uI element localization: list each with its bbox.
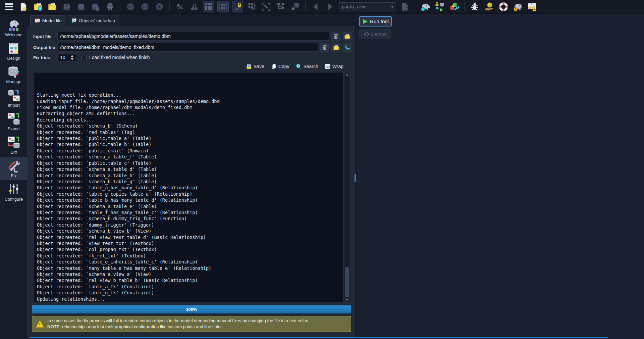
browse-output-file-button[interactable] xyxy=(331,43,341,52)
copy-output-button[interactable]: Copy xyxy=(270,63,289,70)
new-instance-icon[interactable] xyxy=(420,1,431,12)
input-file-row: Input file xyxy=(33,32,352,41)
forward-icon[interactable] xyxy=(324,1,336,12)
model-protection-icon[interactable] xyxy=(232,1,243,12)
donate-icon[interactable]: $ xyxy=(483,1,495,12)
save-icon xyxy=(246,63,252,70)
reset-output-file-button[interactable] xyxy=(343,43,352,52)
tab-model-file[interactable]: Model file xyxy=(30,15,66,26)
progress-value: 100% xyxy=(186,307,197,312)
sidebar-item-label: Fix xyxy=(11,174,17,178)
fix-tries-label: Fix tries xyxy=(33,55,57,60)
compact-view-icon[interactable] xyxy=(289,1,301,12)
sidebar-item-import[interactable]: Import xyxy=(0,86,28,110)
menu-icon[interactable] xyxy=(3,1,15,12)
warning-box: In some cases the fix process will fail … xyxy=(32,316,351,332)
close-model-icon[interactable] xyxy=(399,1,411,12)
run-tool-button[interactable]: Run tool xyxy=(359,16,392,27)
wrap-label: Wrap xyxy=(332,64,343,69)
load-fixed-model-label: Load fixed model when finish xyxy=(89,55,150,60)
bug-report-icon[interactable] xyxy=(469,1,480,12)
objects-thumbnail-icon[interactable] xyxy=(261,1,272,12)
object-visibility-icon[interactable] xyxy=(174,1,185,12)
log-output[interactable]: Starting model fix operation...Loading i… xyxy=(34,72,343,302)
fix-tries-value[interactable] xyxy=(58,55,70,60)
save-model-as-icon[interactable] xyxy=(75,1,87,12)
right-pane: Run tool Cancel xyxy=(357,14,644,339)
folder-icon xyxy=(333,44,339,51)
warning-note-text: relationships may lost their graphical c… xyxy=(61,324,223,329)
splitter-handle[interactable] xyxy=(355,174,356,182)
clear-input-file-button[interactable] xyxy=(331,32,340,41)
about-icon[interactable]: ? xyxy=(512,1,524,12)
spin-down-icon xyxy=(70,58,74,60)
sidebar-item-design[interactable]: Design xyxy=(0,39,28,63)
scrollbar-thumb[interactable] xyxy=(345,267,349,297)
model-file-icon xyxy=(35,18,40,23)
tab-objects-metadata[interactable]: Objects' metadata xyxy=(67,15,119,26)
manage-icon xyxy=(7,65,20,79)
bottom-splitter[interactable] xyxy=(29,337,608,338)
print-model-icon[interactable] xyxy=(104,1,116,12)
sidebar-item-configure[interactable]: Configure xyxy=(0,180,28,204)
spin-arrows[interactable] xyxy=(70,55,74,60)
toolbar-separator xyxy=(169,2,170,11)
search-output-button[interactable]: Search xyxy=(295,63,318,70)
search-label: Search xyxy=(303,64,318,69)
back-icon[interactable] xyxy=(310,1,321,12)
fix-icon xyxy=(7,159,20,173)
scroll-up-icon[interactable]: ▲ xyxy=(344,72,350,77)
cancel-button[interactable]: Cancel xyxy=(359,29,391,39)
sidebar-item-diff[interactable]: Diff xyxy=(0,133,28,157)
browse-input-file-button[interactable] xyxy=(342,32,352,41)
svg-text:$: $ xyxy=(489,3,491,7)
wrap-output-button[interactable]: Wrap xyxy=(324,63,343,70)
spin-up-icon xyxy=(70,55,74,57)
save-output-button[interactable]: Save xyxy=(246,63,264,70)
fix-tries-spinbox[interactable] xyxy=(57,53,77,61)
model-selector-combo[interactable]: pagila_new ▾ xyxy=(339,2,396,11)
zoom-in-icon[interactable] xyxy=(154,1,165,12)
trash-icon xyxy=(322,44,328,51)
load-fixed-model-checkbox[interactable] xyxy=(82,55,87,60)
tab-bar: Model file Objects' metadata xyxy=(30,15,119,26)
sidebar-item-welcome[interactable]: Welcome xyxy=(0,16,28,39)
output-file-field[interactable] xyxy=(57,43,318,52)
export-model-icon[interactable] xyxy=(90,1,101,12)
save-model-icon[interactable] xyxy=(61,1,72,12)
page-delimiters-icon[interactable] xyxy=(217,1,229,12)
show-grid-icon[interactable] xyxy=(203,1,214,12)
input-file-field[interactable] xyxy=(57,32,329,41)
scene-layout-icon[interactable] xyxy=(275,1,286,12)
progress-bar: 100% xyxy=(32,305,351,313)
sidebar-item-export[interactable]: Export xyxy=(0,110,28,133)
open-model-icon[interactable] xyxy=(47,1,58,12)
sql-tool-icon[interactable] xyxy=(434,1,445,12)
warning-icon xyxy=(36,320,44,328)
license-icon[interactable] xyxy=(527,1,538,12)
scroll-down-icon[interactable]: ▼ xyxy=(344,297,350,302)
sidebar-item-label: Import xyxy=(8,103,19,108)
magnifier-icon[interactable] xyxy=(189,1,200,12)
configure-icon xyxy=(7,183,20,196)
support-icon[interactable] xyxy=(498,1,509,12)
log-toolbar: Save Copy Search Wrap xyxy=(246,63,343,70)
output-file-label: Output file xyxy=(33,45,57,50)
svg-text:1:1: 1:1 xyxy=(143,5,147,9)
cancel-label: Cancel xyxy=(371,31,387,37)
toolbar-separator xyxy=(415,2,415,11)
tab-label: Model file xyxy=(42,18,62,23)
sidebar-item-manage[interactable]: Manage xyxy=(0,63,28,86)
new-model-icon[interactable] xyxy=(18,1,29,12)
copy-icon xyxy=(270,63,277,70)
zoom-out-icon[interactable] xyxy=(125,1,136,12)
clear-output-file-button[interactable] xyxy=(320,43,329,52)
open-recent-icon[interactable] xyxy=(32,1,44,12)
main-toolbar: 1:1 pagila_new ▾ xyxy=(0,0,644,14)
design-icon xyxy=(7,42,20,55)
snap-to-grid-icon[interactable] xyxy=(246,1,258,12)
zoom-original-icon[interactable]: 1:1 xyxy=(139,1,151,12)
plugins-icon[interactable] xyxy=(448,1,460,12)
sidebar-item-fix[interactable]: Fix xyxy=(0,157,28,180)
log-scrollbar[interactable]: ▲ ▼ xyxy=(344,72,350,302)
